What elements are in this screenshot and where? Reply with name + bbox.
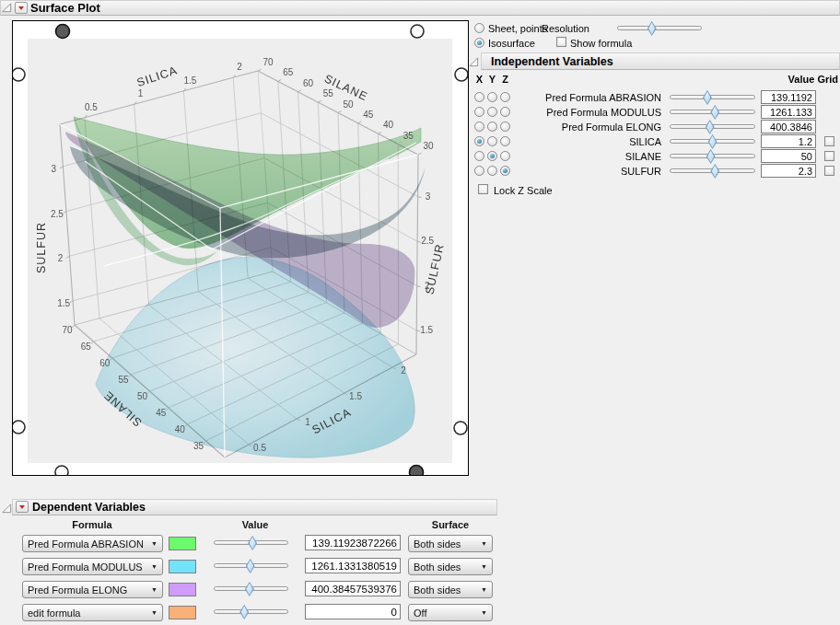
axis-radio-y[interactable]	[487, 151, 497, 161]
slider-thumb[interactable]	[706, 120, 715, 134]
formula-dropdown[interactable]: Pred Formula MODULUS▼	[22, 558, 163, 575]
formula-dropdown[interactable]: edit formula▼	[22, 604, 163, 621]
slider-thumb[interactable]	[706, 149, 716, 164]
dependent-variable-row: Pred Formula ELONG▼Both sides▼	[0, 580, 516, 599]
rotation-handle-open[interactable]	[13, 421, 25, 434]
slider-thumb[interactable]	[246, 559, 255, 573]
tick-label: 35	[193, 441, 204, 451]
value-field[interactable]	[305, 535, 401, 550]
surface-color-swatch[interactable]	[169, 606, 196, 619]
surface-color-swatch[interactable]	[169, 537, 196, 550]
value-field[interactable]	[761, 90, 816, 104]
red-triangle-menu-button[interactable]	[15, 2, 28, 14]
slider-thumb[interactable]	[648, 21, 657, 36]
axis-radio-z[interactable]	[500, 166, 510, 176]
page-title: Surface Plot	[30, 1, 100, 15]
rotation-handle-open[interactable]	[454, 422, 467, 434]
axis-radio-z[interactable]	[500, 136, 510, 146]
surface-dropdown[interactable]: Off▼	[408, 604, 493, 621]
rotation-handle-open[interactable]	[13, 68, 25, 81]
axis-radio-x[interactable]	[474, 107, 484, 117]
independent-variable-row: SILANE	[0, 149, 840, 164]
value-field[interactable]	[761, 134, 816, 148]
rotation-handle-open[interactable]	[411, 25, 424, 38]
slider-thumb[interactable]	[710, 164, 719, 179]
value-slider[interactable]	[214, 582, 288, 596]
disclosure-open-icon[interactable]	[469, 57, 479, 67]
surface-dropdown-value: Both sides	[414, 561, 461, 573]
disclosure-open-icon[interactable]	[2, 503, 12, 514]
rotation-handle-filled[interactable]	[410, 466, 424, 476]
axis-radio-y[interactable]	[487, 136, 497, 146]
resolution-slider[interactable]	[617, 21, 702, 36]
surface-color-swatch[interactable]	[169, 560, 196, 573]
value-slider[interactable]	[214, 559, 288, 573]
value-slider[interactable]	[670, 105, 755, 120]
axis-radio-y[interactable]	[487, 92, 497, 102]
show-formula-checkbox[interactable]	[556, 37, 566, 47]
plot-3d[interactable]: 0.511.5270656055504540353032.521.5706560…	[13, 21, 468, 475]
value-slider[interactable]	[670, 164, 755, 179]
formula-dropdown[interactable]: Pred Formula ELONG▼	[22, 581, 163, 598]
value-slider[interactable]	[670, 120, 755, 134]
value-field[interactable]	[305, 558, 401, 573]
axis-radio-y[interactable]	[487, 122, 497, 132]
axis-radio-y[interactable]	[487, 107, 497, 117]
slider-track[interactable]	[670, 95, 755, 99]
mode-radio-sheet-points-label: Sheet, points	[488, 23, 547, 34]
rotation-handle-open[interactable]	[455, 68, 468, 81]
rotation-handle-filled[interactable]	[56, 25, 70, 39]
slider-thumb[interactable]	[710, 105, 719, 120]
value-slider[interactable]	[214, 536, 288, 550]
red-triangle-menu-button[interactable]	[16, 501, 29, 513]
slider-track[interactable]	[617, 26, 702, 30]
disclosure-open-icon[interactable]	[2, 3, 12, 13]
rotation-handle-open[interactable]	[55, 466, 68, 475]
axis-radio-x[interactable]	[474, 92, 484, 102]
independent-variable-row: SILICA	[0, 134, 840, 149]
slider-thumb[interactable]	[248, 536, 257, 550]
slider-thumb[interactable]	[703, 90, 712, 105]
axis-radio-x[interactable]	[474, 122, 484, 132]
value-field[interactable]	[761, 120, 816, 133]
variable-label: Pred Formula MODULUS	[512, 107, 661, 118]
surface-dropdown[interactable]: Both sides▼	[408, 581, 493, 598]
slider-thumb[interactable]	[245, 582, 254, 596]
axis-radio-z[interactable]	[500, 107, 510, 117]
plot-3d-container[interactable]: 0.511.5270656055504540353032.521.5706560…	[12, 20, 469, 476]
value-field[interactable]	[305, 604, 401, 619]
axis-radio-x[interactable]	[474, 136, 484, 146]
value-slider[interactable]	[670, 149, 755, 164]
dependent-variable-row: edit formula▼Off▼	[0, 603, 516, 622]
value-field[interactable]	[305, 581, 401, 596]
lock-z-scale-checkbox[interactable]	[478, 184, 488, 194]
surface-dropdown[interactable]: Both sides▼	[408, 558, 493, 575]
value-slider[interactable]	[670, 90, 755, 105]
grid-checkbox[interactable]	[824, 151, 834, 161]
surface-dropdown-value: Both sides	[414, 584, 461, 596]
variable-label: SULFUR	[512, 166, 661, 177]
value-slider[interactable]	[214, 605, 288, 619]
slider-thumb[interactable]	[239, 605, 249, 619]
surface-dropdown[interactable]: Both sides▼	[408, 535, 493, 552]
axis-column-header-z: Z	[500, 74, 510, 85]
mode-radio-isosurface[interactable]	[474, 38, 484, 48]
axis-radio-z[interactable]	[500, 151, 510, 161]
value-field[interactable]	[761, 149, 816, 163]
mode-radio-sheet-points[interactable]	[474, 23, 484, 33]
axis-radio-z[interactable]	[500, 92, 510, 102]
value-slider[interactable]	[670, 134, 755, 149]
formula-dropdown[interactable]: Pred Formula ABRASION▼	[22, 535, 163, 552]
axis-radio-x[interactable]	[474, 151, 484, 161]
value-field[interactable]	[761, 164, 816, 178]
grid-checkbox[interactable]	[824, 136, 834, 146]
axis-radio-z[interactable]	[500, 122, 510, 132]
grid-checkbox[interactable]	[824, 166, 834, 176]
surface-plot-window: { "window": { "title": "Surface Plot" },…	[0, 0, 840, 625]
slider-thumb[interactable]	[708, 134, 718, 149]
surface-color-swatch[interactable]	[169, 583, 196, 596]
axis-radio-y[interactable]	[487, 166, 497, 176]
slider-track[interactable]	[214, 609, 288, 614]
axis-radio-x[interactable]	[474, 166, 484, 176]
value-field[interactable]	[761, 105, 816, 119]
